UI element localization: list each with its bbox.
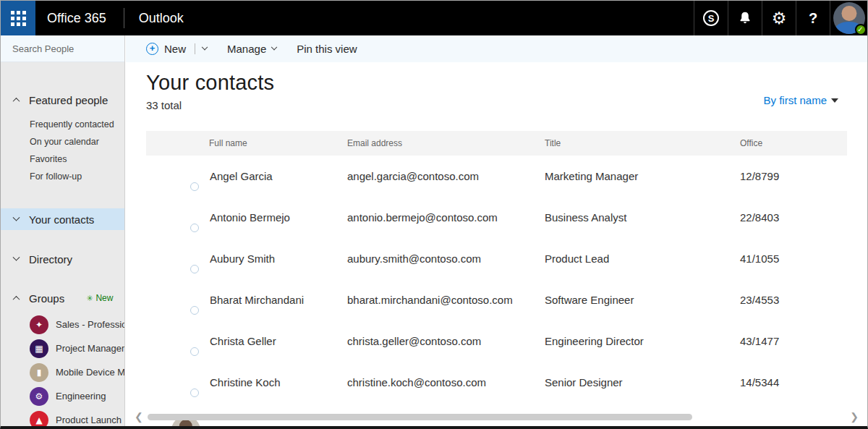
sidebar-section-featured-people[interactable]: Featured people [1,90,124,110]
contact-avatar [171,368,200,397]
contact-avatar [171,286,200,315]
table-header-row: Full name Email address Title Office [146,131,847,156]
presence-icon [190,347,199,356]
sidebar-section-groups[interactable]: Groups ✳ New [1,288,124,308]
group-avatar: ▦ [30,339,48,358]
help-icon: ? [809,10,817,27]
settings-button[interactable]: ⚙ [762,1,796,35]
notifications-button[interactable] [728,1,762,35]
column-header-full-name: Full name [146,138,347,148]
contact-avatar [171,162,200,191]
manage-menu-button[interactable]: Manage [227,43,276,55]
sidebar-section-your-contacts[interactable]: Your contacts [1,208,124,230]
skype-button[interactable]: S [694,1,728,35]
caret-down-icon [831,98,838,103]
presence-icon [190,224,199,232]
sparkle-icon: ✳ [86,294,93,303]
main-content: + New Manage Pin this view Your contacts… [126,35,867,426]
outlook-app-link[interactable]: Outlook [124,1,198,35]
user-avatar: ✓ [833,2,865,34]
group-avatar: ⚙ [30,387,48,406]
group-item-project-management[interactable]: ▦ Project Management [1,336,124,360]
waffle-icon [11,11,26,26]
column-header-office: Office [740,138,847,148]
sidebar-section-directory[interactable]: Directory [1,249,124,269]
presence-icon [190,182,199,191]
contact-avatar [171,203,200,232]
sidebar-nav: Featured people Frequently contacted On … [1,62,124,426]
scrollbar-track[interactable] [148,414,846,420]
scroll-left-arrow[interactable]: ❮ [135,412,143,422]
group-item-product-launch[interactable]: ▲ Product Launch [1,408,124,426]
table-row[interactable]: Angel Garcia angel.garcia@contoso.com Ma… [146,156,847,197]
outlook-people-window: Office 365 Outlook S ⚙ ? ✓ [0,0,868,429]
command-bar: + New Manage Pin this view [126,35,867,62]
new-group-link[interactable]: ✳ New [86,293,113,303]
chevron-down-icon [13,213,20,221]
presence-icon [190,306,199,315]
help-button[interactable]: ? [796,1,830,35]
chevron-down-icon [13,253,20,260]
contact-avatar [171,327,200,356]
page-header: Your contacts 33 total By first name [126,62,867,111]
contacts-count: 33 total [146,99,838,111]
table-row[interactable]: Christine Koch christine.koch@contoso.co… [146,362,847,403]
presence-available-icon: ✓ [855,24,867,35]
table-row[interactable]: Antonio Bermejo antonio.bermejo@contoso.… [146,197,847,238]
plus-circle-icon: + [146,43,158,55]
office365-home-link[interactable]: Office 365 [35,1,124,35]
chevron-up-icon [13,295,20,302]
table-row[interactable]: Christa Geller christa.geller@contoso.co… [146,320,847,362]
sidebar-item-on-your-calendar[interactable]: On your calendar [1,133,124,150]
group-item-engineering[interactable]: ⚙ Engineering [1,384,124,408]
featured-people-list: Frequently contacted On your calendar Fa… [1,110,124,185]
sidebar-item-favorites[interactable]: Favorites [1,150,124,168]
groups-list: ✦ Sales - Professional ▦ Project Managem… [1,308,124,426]
group-avatar: ▲ [30,411,48,427]
search-people-input[interactable] [12,43,125,54]
contact-avatar [171,245,200,273]
new-contact-button[interactable]: + New [146,43,207,55]
sidebar-item-frequently-contacted[interactable]: Frequently contacted [1,116,124,133]
horizontal-scrollbar: ❮ ❯ [135,411,859,422]
contacts-table: Full name Email address Title Office Ang… [146,131,847,426]
group-item-mobile-device[interactable]: ▮ Mobile Device Mgmt [1,360,124,384]
split-button-divider [195,43,195,54]
presence-icon [190,388,199,397]
bell-icon [737,10,753,26]
scroll-right-arrow[interactable]: ❯ [850,412,859,422]
chevron-down-icon [271,43,277,49]
page-title: Your contacts [146,71,838,95]
account-menu-button[interactable]: ✓ [830,1,867,35]
skype-icon: S [703,10,719,26]
sort-by-dropdown[interactable]: By first name [763,94,838,106]
pin-this-view-button[interactable]: Pin this view [297,43,357,55]
sidebar-item-for-follow-up[interactable]: For follow-up [1,168,124,185]
group-item-sales[interactable]: ✦ Sales - Professional [1,313,124,336]
app-launcher-button[interactable] [1,1,35,35]
column-header-title: Title [545,138,740,148]
table-row[interactable]: Aubury Smith aubury.smith@contoso.com Pr… [146,238,847,279]
chevron-up-icon [13,97,20,104]
topbar-actions: S ⚙ ? ✓ [694,1,867,35]
gear-icon: ⚙ [772,10,787,27]
topbar: Office 365 Outlook S ⚙ ? ✓ [1,1,867,35]
search-bar [1,35,124,62]
column-header-email: Email address [347,138,545,148]
presence-icon [190,265,199,273]
sidebar: Featured people Frequently contacted On … [1,35,125,426]
table-row[interactable]: Bharat Mirchandani bharat.mirchandani@co… [146,279,847,320]
group-avatar: ✦ [30,315,48,334]
chevron-down-icon[interactable] [202,43,208,49]
scrollbar-thumb[interactable] [148,414,692,420]
group-avatar: ▮ [30,363,48,382]
